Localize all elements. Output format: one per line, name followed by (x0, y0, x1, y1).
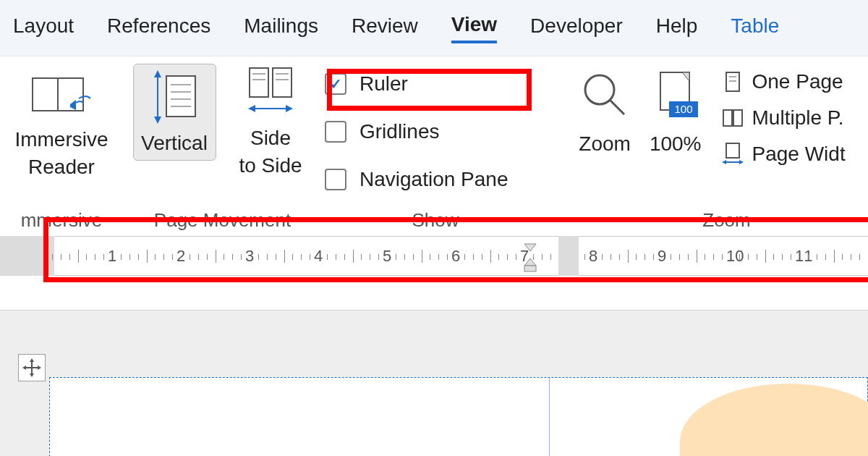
svg-marker-42 (30, 373, 34, 377)
tab-review[interactable]: Review (352, 14, 418, 42)
zoom-100-button[interactable]: 100 100% (650, 64, 702, 158)
svg-marker-34 (722, 160, 726, 164)
svg-rect-7 (166, 76, 195, 117)
svg-rect-12 (250, 68, 268, 97)
side-to-side-icon (245, 64, 296, 120)
ribbon: ImmersiveReader mmersive Vertical (0, 56, 868, 236)
immersive-reader-label: ImmersiveReader (14, 126, 108, 181)
svg-rect-27 (726, 72, 739, 91)
group-zoom: Zoom 100 100% One Page Multiple P. (546, 56, 868, 236)
svg-text:100: 100 (674, 103, 692, 115)
ruler-margin-left (0, 236, 54, 276)
svg-rect-38 (524, 266, 536, 271)
ruler-track: 1234567891011 (54, 236, 868, 276)
horizontal-ruler[interactable]: 1234567891011 (0, 236, 868, 276)
move-icon (22, 358, 41, 377)
tab-help[interactable]: Help (656, 14, 698, 42)
ruler-number: 11 (795, 247, 812, 266)
checkbox-icon: ✓ (325, 73, 346, 95)
ruler-number: 3 (245, 247, 254, 266)
svg-rect-31 (733, 110, 742, 126)
magnifier-icon (579, 69, 630, 126)
svg-marker-6 (154, 117, 161, 124)
gridlines-label: Gridlines (359, 120, 439, 143)
side-to-side-button[interactable]: Side to Side (229, 64, 312, 180)
svg-marker-5 (154, 70, 161, 77)
checkbox-icon (325, 121, 346, 143)
multiple-pages-icon (720, 106, 745, 130)
svg-rect-13 (273, 68, 292, 97)
multiple-pages-button[interactable]: Multiple P. (720, 106, 846, 130)
ruler-ticks: 1234567891011 (54, 237, 868, 275)
group-show: ✓ Ruler Gridlines Navigation Pane Show (315, 56, 546, 236)
book-audio-icon (25, 71, 98, 122)
group-page-movement: Vertical Side to Side Page Movement (130, 56, 315, 236)
svg-marker-35 (739, 160, 744, 164)
ruler-number: 4 (314, 247, 323, 266)
svg-marker-41 (30, 358, 34, 362)
page-100-icon: 100 (650, 69, 701, 126)
tab-table[interactable]: Table (731, 14, 779, 42)
group-label-immersive: mmersive (21, 209, 103, 236)
tab-references[interactable]: References (107, 14, 210, 42)
tab-view[interactable]: View (451, 13, 497, 43)
ruler-label: Ruler (359, 72, 408, 96)
table-move-handle[interactable] (18, 354, 46, 381)
group-label-show: Show (412, 209, 459, 236)
document-area (0, 276, 868, 456)
group-immersive: ImmersiveReader mmersive (0, 56, 130, 236)
ruler-number: 6 (451, 247, 460, 266)
page-width-button[interactable]: Page Widt (720, 142, 846, 166)
svg-rect-32 (726, 143, 739, 158)
gridlines-checkbox[interactable]: Gridlines (325, 120, 439, 143)
vertical-scroll-icon (149, 69, 200, 125)
page-width-label: Page Widt (752, 143, 846, 166)
check-icon: ✓ (330, 75, 342, 93)
svg-marker-36 (524, 244, 536, 251)
navpane-label: Navigation Pane (359, 168, 508, 191)
ribbon-tabstrip: Layout References Mailings Review View D… (0, 0, 868, 56)
svg-marker-37 (524, 258, 536, 266)
one-page-icon (720, 69, 745, 94)
one-page-button[interactable]: One Page (720, 69, 846, 94)
svg-marker-43 (22, 366, 26, 370)
zoom-options: One Page Multiple P. Page Widt (720, 69, 846, 166)
ruler-number: 10 (726, 247, 744, 266)
group-label-zoom: Zoom (702, 209, 750, 236)
group-label-pagemove: Page Movement (154, 209, 291, 236)
immersive-reader-button[interactable]: ImmersiveReader (14, 64, 108, 181)
navpane-checkbox[interactable]: Navigation Pane (325, 168, 508, 191)
ruler-number: 2 (176, 247, 185, 266)
side-to-side-label: Side to Side (239, 124, 302, 180)
vertical-label: Vertical (141, 130, 208, 157)
right-indent-marker-icon[interactable] (523, 238, 537, 274)
checkbox-icon (325, 169, 346, 190)
tab-mailings[interactable]: Mailings (244, 14, 318, 42)
ruler-number: 9 (658, 247, 666, 266)
page-edge (0, 276, 868, 311)
svg-rect-0 (33, 78, 58, 111)
multiple-pages-label: Multiple P. (752, 106, 844, 130)
svg-marker-19 (248, 105, 255, 112)
zoom-label: Zoom (579, 130, 631, 158)
zoom-100-label: 100% (650, 130, 702, 158)
table-column-divider[interactable] (549, 378, 550, 456)
page-width-icon (720, 142, 745, 166)
ruler-number: 1 (108, 247, 116, 266)
one-page-label: One Page (752, 70, 843, 93)
ruler-number: 5 (383, 247, 391, 266)
ruler-column-marker[interactable] (558, 236, 579, 276)
svg-rect-30 (723, 110, 732, 126)
svg-marker-44 (38, 366, 41, 370)
svg-marker-20 (286, 105, 293, 112)
zoom-button[interactable]: Zoom (579, 64, 631, 158)
svg-line-22 (610, 100, 624, 114)
ruler-number: 8 (589, 247, 597, 266)
vertical-button[interactable]: Vertical (133, 64, 216, 161)
tab-layout[interactable]: Layout (13, 14, 74, 42)
ruler-checkbox[interactable]: ✓ Ruler (325, 72, 408, 96)
tab-developer[interactable]: Developer (530, 14, 623, 42)
